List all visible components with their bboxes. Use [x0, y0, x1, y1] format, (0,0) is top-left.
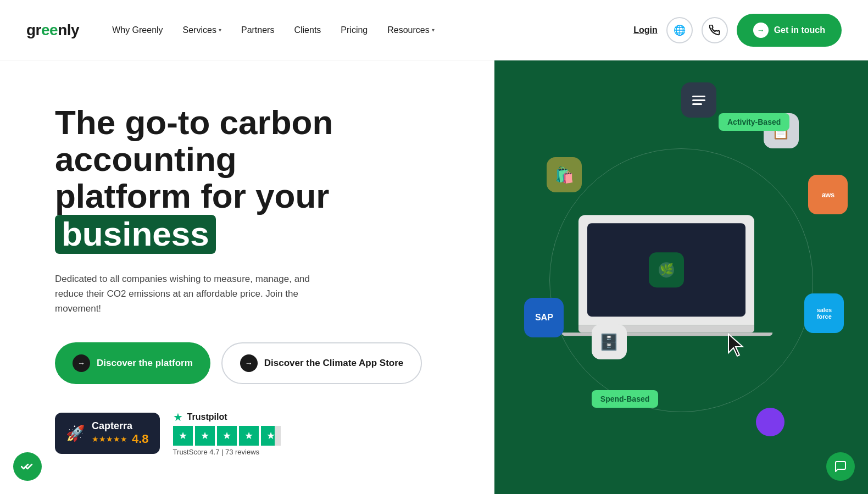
- trustpilot-star-icon: ★: [173, 410, 183, 424]
- trustpilot-badge: ★ Trustpilot ★ ★ ★ ★ ★ TrustScore 4.7 | …: [173, 410, 281, 456]
- laptop-screen-inner: 🌿: [587, 223, 745, 317]
- nav-partners[interactable]: Partners: [241, 25, 274, 35]
- nav-pricing[interactable]: Pricing: [341, 25, 368, 35]
- svg-rect-3: [692, 99, 705, 101]
- platform-arrow-icon: →: [73, 354, 90, 372]
- discover-climate-app-store-button[interactable]: → Discover the Climate App Store: [221, 342, 422, 384]
- tp-star-1: ★: [173, 426, 193, 446]
- get-in-touch-button[interactable]: → Get in touch: [737, 14, 842, 47]
- badges: 🚀 Capterra ★★★★★ 4.8 ★ Trustpilot ★: [55, 410, 468, 456]
- trustpilot-name: Trustpilot: [187, 412, 227, 422]
- shopify-icon: 🛍️: [547, 157, 582, 192]
- trustpilot-score: TrustScore 4.7 | 73 reviews: [173, 448, 281, 456]
- hero-title: The go-to carbon accounting platform for…: [55, 104, 363, 254]
- capterra-name: Capterra: [92, 420, 149, 432]
- tp-star-5: ★: [261, 426, 281, 446]
- tp-star-3: ★: [217, 426, 237, 446]
- discover-platform-button[interactable]: → Discover the platform: [55, 342, 210, 384]
- capterra-info: Capterra ★★★★★ 4.8: [92, 420, 149, 446]
- svg-text:🌿: 🌿: [659, 263, 673, 276]
- activity-based-label: Activity-Based: [719, 113, 789, 131]
- cursor-icon: [726, 333, 746, 359]
- phone-button[interactable]: [702, 17, 728, 43]
- services-chevron-icon: ▾: [219, 27, 221, 33]
- nav-links: Why Greenly Services ▾ Partners Clients …: [112, 25, 633, 35]
- greenly-app-icon: 🌿: [649, 252, 684, 287]
- sap-icon: SAP: [524, 298, 564, 337]
- aws-icon: aws: [808, 175, 848, 214]
- nav-resources[interactable]: Resources ▾: [387, 25, 434, 35]
- login-link[interactable]: Login: [633, 25, 658, 35]
- database-icon: 🗄️: [592, 324, 627, 359]
- logo[interactable]: greenly: [26, 21, 79, 39]
- hero-buttons: → Discover the platform → Discover the C…: [55, 342, 468, 384]
- salesforce-icon: salesforce: [804, 293, 844, 333]
- trustpilot-header: ★ Trustpilot: [173, 410, 281, 424]
- stack-icon: [681, 82, 716, 118]
- hero-description: Dedicated to all companies wishing to me…: [55, 271, 319, 317]
- resources-chevron-icon: ▾: [432, 27, 435, 33]
- hero-section: The go-to carbon accounting platform for…: [0, 60, 868, 494]
- store-arrow-icon: →: [240, 354, 258, 372]
- hero-highlight: business: [55, 215, 216, 254]
- tp-star-2: ★: [195, 426, 215, 446]
- purple-icon: [756, 408, 784, 436]
- svg-rect-4: [692, 103, 702, 105]
- nav-why-greenly[interactable]: Why Greenly: [112, 25, 163, 35]
- nav-clients[interactable]: Clients: [294, 25, 321, 35]
- navbar: greenly Why Greenly Services ▾ Partners …: [0, 0, 868, 60]
- chat-bubble[interactable]: [826, 452, 855, 481]
- laptop-screen: 🌿: [578, 215, 754, 325]
- tp-star-4: ★: [239, 426, 259, 446]
- trustpilot-stars: ★ ★ ★ ★ ★: [173, 426, 281, 446]
- nav-actions: Login 🌐 → Get in touch: [633, 14, 842, 47]
- capterra-icon: 🚀: [66, 424, 85, 442]
- laptop-illustration: 🌿: [578, 215, 754, 336]
- capterra-stars: ★★★★★: [92, 435, 127, 443]
- cta-arrow-icon: →: [753, 23, 769, 38]
- globe-button[interactable]: 🌐: [666, 17, 693, 43]
- hero-left: The go-to carbon accounting platform for…: [0, 60, 494, 494]
- nav-services[interactable]: Services ▾: [183, 25, 221, 35]
- capterra-badge: 🚀 Capterra ★★★★★ 4.8: [55, 413, 160, 454]
- capterra-score: 4.8: [132, 432, 149, 446]
- hero-right: 🌿 🛍️ 📋: [494, 60, 868, 494]
- svg-rect-2: [692, 96, 705, 97]
- double-check-button[interactable]: [13, 452, 42, 481]
- spend-based-label: Spend-Based: [592, 390, 658, 408]
